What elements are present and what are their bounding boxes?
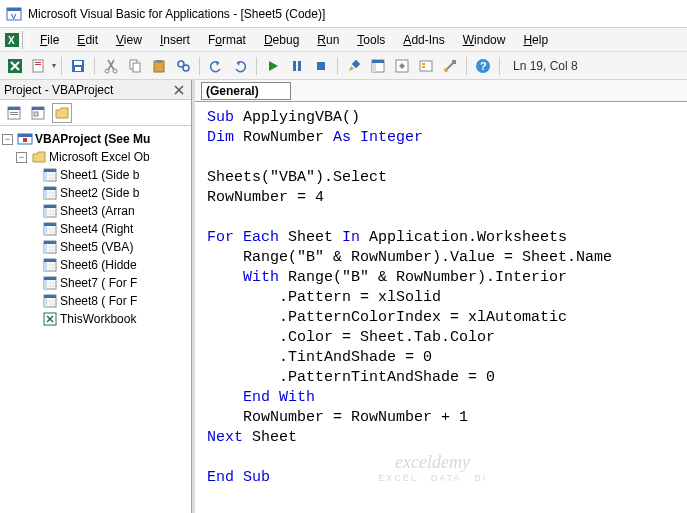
tree-sheet[interactable]: Sheet4 (Right <box>2 220 189 238</box>
svg-rect-11 <box>75 67 81 71</box>
svg-rect-15 <box>133 63 140 72</box>
reset-button[interactable] <box>310 55 332 77</box>
tree-sheet[interactable]: Sheet1 (Side b <box>2 166 189 184</box>
paste-button[interactable] <box>148 55 170 77</box>
code-editor-panel: (General) Sub ApplyingVBA() Dim RowNumbe… <box>192 80 687 513</box>
project-panel-title: Project - VBAProject <box>0 80 191 100</box>
menu-format[interactable]: Format <box>200 31 254 49</box>
window-title: Microsoft Visual Basic for Applications … <box>28 7 325 21</box>
code-header: (General) <box>195 80 687 102</box>
view-object-button[interactable] <box>28 103 48 123</box>
svg-rect-21 <box>298 61 301 71</box>
collapse-icon[interactable]: − <box>16 152 27 163</box>
tree-root-label: VBAProject (See Mu <box>35 130 150 148</box>
svg-rect-10 <box>74 61 82 65</box>
svg-rect-23 <box>352 59 360 67</box>
tree-sheet[interactable]: Sheet2 (Side b <box>2 184 189 202</box>
svg-rect-7 <box>35 62 41 63</box>
sheet-label: Sheet8 ( For F <box>60 292 137 310</box>
tree-sheet[interactable]: Sheet5 (VBA) <box>2 238 189 256</box>
object-browser-button[interactable] <box>415 55 437 77</box>
svg-rect-22 <box>317 62 325 70</box>
workbook-label: ThisWorkbook <box>60 310 136 328</box>
worksheet-icon <box>42 221 58 237</box>
svg-point-31 <box>444 68 448 72</box>
svg-rect-55 <box>44 223 56 226</box>
sheet-label: Sheet5 (VBA) <box>60 238 133 256</box>
menu-help[interactable]: Help <box>515 31 556 49</box>
worksheet-icon <box>42 185 58 201</box>
copy-button[interactable] <box>124 55 146 77</box>
menu-view[interactable]: View <box>108 31 150 49</box>
tree-folder[interactable]: − Microsoft Excel Ob <box>2 148 189 166</box>
svg-rect-56 <box>44 226 47 235</box>
sheet-label: Sheet6 (Hidde <box>60 256 137 274</box>
sheet-label: Sheet4 (Right <box>60 220 133 238</box>
project-toolbar <box>0 100 191 126</box>
properties-button[interactable] <box>391 55 413 77</box>
menu-tools[interactable]: Tools <box>349 31 393 49</box>
menu-insert[interactable]: Insert <box>152 31 198 49</box>
tree-sheet[interactable]: Sheet3 (Arran <box>2 202 189 220</box>
toolbox-button[interactable] <box>439 55 461 77</box>
project-explorer-button[interactable] <box>367 55 389 77</box>
svg-rect-40 <box>32 107 44 110</box>
project-icon <box>17 131 33 147</box>
undo-button[interactable] <box>205 55 227 77</box>
cut-button[interactable] <box>100 55 122 77</box>
svg-rect-47 <box>44 172 47 181</box>
svg-rect-25 <box>372 60 384 63</box>
toggle-folders-button[interactable] <box>52 103 72 123</box>
tree-sheet[interactable]: Sheet7 ( For F <box>2 274 189 292</box>
svg-rect-37 <box>10 112 18 113</box>
svg-rect-64 <box>44 277 56 280</box>
save-button[interactable] <box>67 55 89 77</box>
svg-rect-20 <box>293 61 296 71</box>
svg-rect-36 <box>8 107 20 110</box>
tree-sheet[interactable]: Sheet8 ( For F <box>2 292 189 310</box>
app-icon: V <box>6 6 22 22</box>
redo-button[interactable] <box>229 55 251 77</box>
view-code-button[interactable] <box>4 103 24 123</box>
run-button[interactable] <box>262 55 284 77</box>
tree-sheet[interactable]: Sheet6 (Hidde <box>2 256 189 274</box>
svg-rect-38 <box>10 114 18 115</box>
menu-file[interactable]: File <box>32 31 67 49</box>
help-button[interactable]: ? <box>472 55 494 77</box>
view-excel-button[interactable] <box>4 55 26 77</box>
workbook-icon <box>42 311 58 327</box>
tree-workbook[interactable]: ThisWorkbook <box>2 310 189 328</box>
object-combo[interactable]: (General) <box>201 82 291 100</box>
collapse-icon[interactable]: − <box>2 134 13 145</box>
svg-rect-30 <box>422 66 425 68</box>
svg-rect-53 <box>44 208 47 217</box>
sheet-label: Sheet1 (Side b <box>60 166 139 184</box>
project-explorer-panel: Project - VBAProject − VBAProject (See M… <box>0 80 192 513</box>
worksheet-icon <box>42 275 58 291</box>
svg-rect-49 <box>44 187 56 190</box>
insert-module-button[interactable] <box>28 55 50 77</box>
close-panel-button[interactable] <box>171 82 187 98</box>
worksheet-icon <box>42 257 58 273</box>
tree-root[interactable]: − VBAProject (See Mu <box>2 130 189 148</box>
find-button[interactable] <box>172 55 194 77</box>
svg-rect-67 <box>44 295 56 298</box>
svg-text:?: ? <box>480 60 487 72</box>
svg-rect-32 <box>452 60 456 64</box>
design-mode-button[interactable] <box>343 55 365 77</box>
cursor-position: Ln 19, Col 8 <box>513 59 578 73</box>
menu-run[interactable]: Run <box>309 31 347 49</box>
code-editor[interactable]: Sub ApplyingVBA() Dim RowNumber As Integ… <box>195 102 687 513</box>
break-button[interactable] <box>286 55 308 77</box>
menu-addins[interactable]: Add-Ins <box>395 31 452 49</box>
title-bar: V Microsoft Visual Basic for Application… <box>0 0 687 28</box>
menu-edit[interactable]: Edit <box>69 31 106 49</box>
project-tree[interactable]: − VBAProject (See Mu − Microsoft Excel O… <box>0 126 191 513</box>
menu-window[interactable]: Window <box>455 31 514 49</box>
menu-debug[interactable]: Debug <box>256 31 307 49</box>
tree-folder-label: Microsoft Excel Ob <box>49 148 150 166</box>
svg-point-13 <box>113 69 117 73</box>
svg-rect-59 <box>44 244 47 253</box>
menu-grip[interactable] <box>22 31 28 49</box>
svg-rect-52 <box>44 205 56 208</box>
